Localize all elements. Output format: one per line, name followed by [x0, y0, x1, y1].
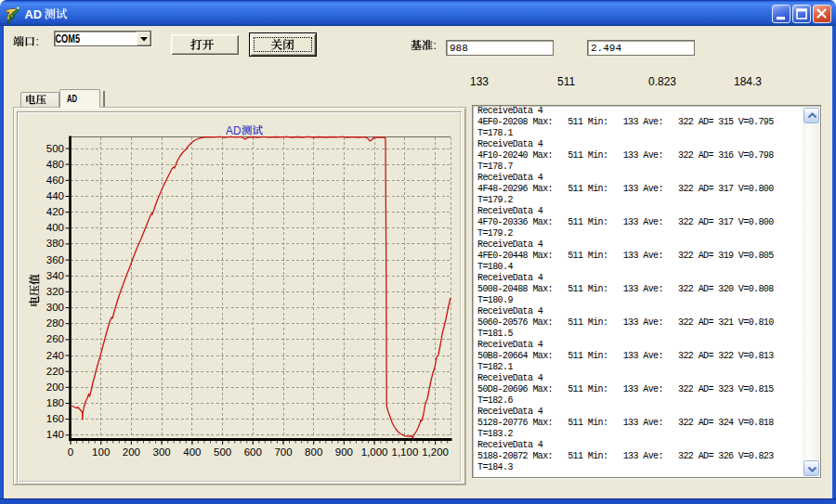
- svg-text:300: 300: [153, 446, 171, 458]
- svg-text:420: 420: [46, 206, 64, 217]
- svg-text:300: 300: [46, 302, 64, 313]
- svg-text:240: 240: [46, 350, 64, 361]
- svg-text:700: 700: [274, 446, 292, 458]
- svg-text:280: 280: [46, 317, 64, 329]
- svg-text:1,000: 1,000: [361, 446, 388, 458]
- svg-text:440: 440: [46, 190, 64, 201]
- svg-text:200: 200: [123, 446, 140, 458]
- svg-text:1,200: 1,200: [422, 446, 449, 458]
- svg-text:500: 500: [46, 143, 64, 154]
- svg-text:900: 900: [335, 446, 353, 458]
- svg-text:460: 460: [46, 174, 64, 186]
- svg-text:600: 600: [244, 446, 262, 458]
- svg-text:320: 320: [46, 286, 64, 297]
- svg-text:260: 260: [46, 333, 64, 344]
- svg-text:220: 220: [46, 366, 64, 377]
- svg-text:480: 480: [46, 159, 64, 170]
- svg-text:500: 500: [214, 446, 231, 458]
- svg-text:100: 100: [92, 446, 110, 458]
- svg-text:340: 340: [46, 270, 64, 281]
- svg-text:1,100: 1,100: [392, 446, 419, 458]
- svg-text:AD: AD: [25, 7, 43, 21]
- svg-text:140: 140: [46, 429, 64, 440]
- svg-text:160: 160: [46, 413, 64, 424]
- svg-text:0: 0: [68, 446, 73, 458]
- svg-text:360: 360: [46, 254, 64, 265]
- svg-text:COM5: COM5: [56, 32, 81, 45]
- svg-text:800: 800: [305, 446, 322, 458]
- svg-text:400: 400: [46, 222, 64, 233]
- svg-text:200: 200: [46, 381, 64, 393]
- svg-text:AD: AD: [226, 124, 242, 137]
- svg-text:AD: AD: [67, 93, 77, 104]
- svg-text:380: 380: [46, 238, 64, 249]
- svg-text:180: 180: [46, 397, 64, 408]
- svg-text:400: 400: [183, 446, 201, 458]
